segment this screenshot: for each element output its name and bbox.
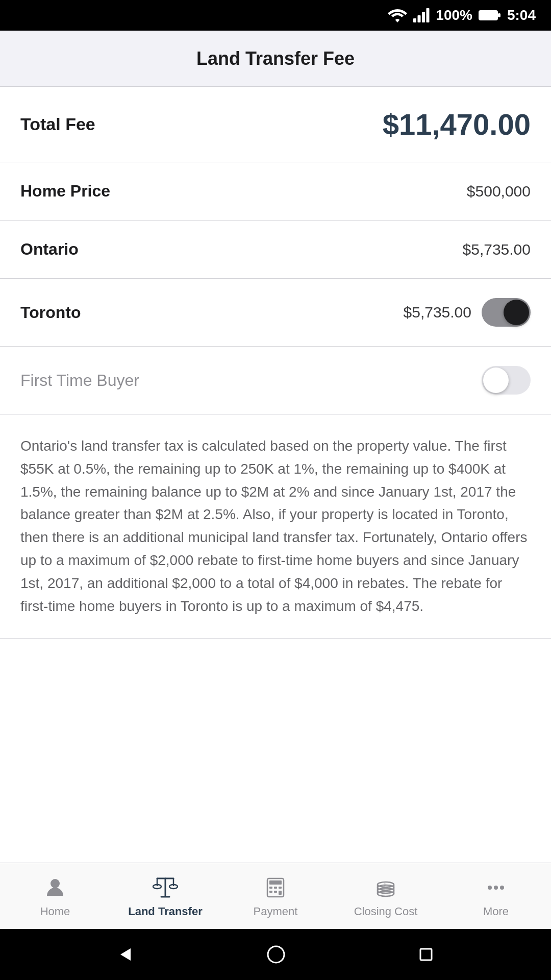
svg-rect-5 — [498, 13, 500, 17]
ontario-row: Ontario $5,735.00 — [0, 220, 551, 279]
svg-point-37 — [268, 946, 284, 963]
ontario-value: $5,735.00 — [463, 241, 531, 258]
toronto-toggle-knob — [504, 300, 529, 325]
svg-rect-2 — [422, 12, 425, 22]
status-icons: 100% 5:04 — [388, 7, 536, 23]
svg-point-33 — [488, 886, 492, 890]
svg-rect-15 — [269, 880, 282, 885]
svg-rect-19 — [269, 891, 272, 893]
total-fee-label: Total Fee — [20, 114, 95, 134]
toronto-label: Toronto — [20, 303, 81, 322]
closing-cost-nav-icon: $ — [372, 874, 399, 901]
land-transfer-nav-label: Land Transfer — [128, 905, 202, 918]
payment-nav-icon — [262, 874, 289, 901]
description-section: Ontario's land transfer tax is calculate… — [0, 414, 551, 639]
android-nav — [0, 929, 551, 980]
nav-item-land-transfer[interactable]: Land Transfer — [110, 874, 220, 918]
svg-rect-4 — [479, 11, 497, 20]
bottom-nav: Home Land Transfer — [0, 863, 551, 929]
signal-icon — [413, 8, 430, 22]
home-nav-icon — [42, 874, 68, 901]
svg-point-12 — [169, 885, 178, 889]
svg-rect-20 — [274, 891, 277, 893]
svg-marker-36 — [120, 948, 131, 961]
time-display: 5:04 — [507, 7, 536, 23]
description-text: Ontario's land transfer tax is calculate… — [20, 435, 531, 618]
first-time-buyer-toggle-knob — [483, 368, 509, 393]
toronto-right: $5,735.00 — [404, 298, 531, 327]
more-nav-label: More — [483, 905, 509, 918]
svg-point-11 — [153, 885, 161, 889]
svg-rect-0 — [413, 18, 416, 22]
home-price-value: $500,000 — [467, 183, 531, 200]
first-time-buyer-toggle[interactable] — [482, 366, 531, 395]
svg-rect-1 — [418, 15, 421, 22]
svg-rect-18 — [279, 887, 282, 889]
total-fee-value: $11,470.00 — [383, 107, 531, 141]
more-nav-icon — [483, 874, 509, 901]
toronto-toggle[interactable] — [482, 298, 531, 327]
home-price-label: Home Price — [20, 182, 110, 201]
toronto-row: Toronto $5,735.00 — [0, 279, 551, 347]
nav-item-home[interactable]: Home — [0, 874, 110, 918]
header: Land Transfer Fee — [0, 31, 551, 87]
payment-nav-label: Payment — [254, 905, 298, 918]
svg-point-6 — [51, 879, 60, 888]
land-transfer-nav-icon — [152, 874, 179, 901]
svg-rect-21 — [279, 891, 282, 895]
svg-rect-38 — [420, 949, 432, 960]
ontario-label: Ontario — [20, 240, 79, 259]
svg-rect-3 — [427, 8, 430, 22]
svg-rect-16 — [269, 887, 272, 889]
first-time-buyer-label: First Time Buyer — [20, 371, 139, 390]
battery-percent: 100% — [436, 7, 472, 23]
battery-icon — [479, 9, 501, 21]
back-button[interactable] — [115, 944, 136, 965]
nav-item-payment[interactable]: Payment — [220, 874, 331, 918]
nav-item-closing-cost[interactable]: $ Closing Cost — [331, 874, 441, 918]
closing-cost-nav-label: Closing Cost — [354, 905, 418, 918]
page-title: Land Transfer Fee — [196, 48, 355, 69]
main-content: Total Fee $11,470.00 Home Price $500,000… — [0, 87, 551, 639]
wifi-icon — [388, 8, 407, 22]
svg-text:$: $ — [384, 883, 386, 887]
toronto-value: $5,735.00 — [404, 304, 471, 321]
home-nav-label: Home — [40, 905, 70, 918]
svg-rect-17 — [274, 887, 277, 889]
status-bar: 100% 5:04 — [0, 0, 551, 31]
recent-apps-button[interactable] — [416, 945, 436, 964]
svg-point-35 — [500, 886, 504, 890]
home-price-row: Home Price $500,000 — [0, 162, 551, 220]
total-fee-row: Total Fee $11,470.00 — [0, 87, 551, 162]
svg-point-34 — [494, 886, 498, 890]
android-home-button[interactable] — [265, 943, 287, 966]
first-time-buyer-row: First Time Buyer — [0, 347, 551, 414]
nav-item-more[interactable]: More — [441, 874, 551, 918]
